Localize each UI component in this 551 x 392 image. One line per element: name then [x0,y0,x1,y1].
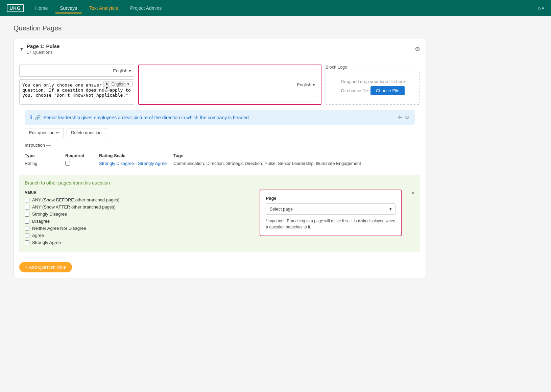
branch-value-header: Value [25,190,253,195]
pulse-input[interactable]: Pulse [20,65,110,76]
rating-scale-link[interactable]: Strongly Disagree - Strongly Agree [99,161,167,166]
add-icon-btn[interactable]: ✛ [398,114,402,121]
edit-pencil-icon: ✏ [56,130,59,135]
question-block: ℹ 🔗 Senior leadership gives employees a … [25,110,415,125]
branch-value-item-0: ANY (Show BEFORE other branched pages) [25,197,253,202]
textarea-container: You can only choose one answer for each … [19,79,134,105]
branch-value-label-0: ANY (Show BEFORE other branched pages) [32,197,119,202]
col-required: Required [65,152,99,160]
page1-card: ▼ Page 1: Pulse 17 Questions ⚙ Pulse Eng… [14,39,426,278]
question-block-left: ℹ 🔗 Senior leadership gives employees a … [30,114,250,121]
branch-value-label-6: Strongly Agree [32,240,61,245]
question-actions-right: ✛ ⚙ [398,114,409,121]
card-header: ▼ Page 1: Pulse 17 Questions ⚙ [14,39,426,59]
textarea-lang-selector[interactable]: English ▾ [108,81,133,87]
select-page-placeholder: Select page [269,206,293,212]
delete-question-button[interactable]: Delete question [67,128,106,137]
question-gear-icon[interactable]: ⚙ [405,114,409,121]
branch-section: Branch to other pages from this question… [19,175,420,252]
branch-value-label-1: ANY (Show AFTER other branched pages) [32,204,116,210]
nav-surveys[interactable]: Surveys [55,3,82,14]
branch-value-item-3: Disagree [25,219,253,224]
required-checkbox[interactable] [65,161,70,166]
branch-value-label-3: Disagree [32,219,50,224]
pulse-focused-section: Pulse English ▾ [138,65,321,105]
page1-body: Pulse English ▾ You can only choose one … [14,59,426,110]
branch-checkbox-3[interactable] [25,219,29,224]
branch-value-item-4: Neither Agree Nor Disagree [25,226,253,231]
page1-title: Page 1: Pulse [27,43,60,49]
branch-value-label-5: Agree [32,233,44,238]
branch-checkbox-2[interactable] [25,212,29,217]
link-icon: 🔗 [35,115,41,120]
table-row: Rating Strongly Disagree - Strongly Agre… [25,160,415,168]
pulse-lang-label: English [113,68,127,73]
page1-subtitle: 17 Questions [27,50,60,55]
pulse-lang-selector[interactable]: English ▾ [110,65,134,76]
block-logo-label: Block Logo [326,65,420,70]
instruction-row: Instruction — [19,141,420,150]
col-type: Type [25,152,65,160]
user-menu[interactable]: n ▾ [538,6,544,11]
chevron-down-icon[interactable]: ▼ [19,46,24,52]
ukg-logo: UKG [7,4,24,12]
or-label: Or choose file: [341,88,369,93]
branch-value-item-6: Strongly Agree [25,240,253,245]
card-header-info: Page 1: Pulse 17 Questions [27,43,60,55]
tags-value: Communication, Direction, Strategic Dire… [173,160,415,168]
select-page-dropdown[interactable]: Select page ▾ [266,203,396,215]
edit-label: Edit question [29,130,54,135]
page-title: Question Pages [14,24,426,32]
nav-text-analytics[interactable]: Text Analytics [85,3,123,14]
branch-checkbox-5[interactable] [25,233,29,238]
textarea-lang-label: English [111,81,126,87]
logo-drop-area[interactable]: Drag and drop your logo file here Or cho… [326,72,420,105]
edit-question-button[interactable]: Edit question ✏ [25,128,64,137]
branch-note: *Important! Branching to a page will mak… [266,218,396,230]
or-choose-line: Or choose file: Choose File [332,86,414,95]
pulse-lang-chevron: ▾ [129,68,131,73]
branch-value-label-2: Strongly Disagree [32,212,67,217]
pulse-focused-lang-selector[interactable]: English ▾ [294,68,318,101]
card-header-left: ▼ Page 1: Pulse 17 Questions [19,43,59,55]
drop-text: Drag and drop your logo file here [332,79,414,84]
branch-value-item-2: Strongly Disagree [25,212,253,217]
branch-page-header: Page [266,196,396,201]
pulse-focused-input-group: Pulse English ▾ [142,68,318,101]
select-page-chevron: ▾ [389,206,392,212]
col-rating-scale: Rating Scale [99,152,173,160]
nav-project-admins[interactable]: Project Admins [125,3,166,14]
instruction-label: Instruction [25,143,45,148]
top-navigation: UKG Home Surveys Text Analytics Project … [0,0,551,16]
branch-title: Branch to other pages from this question [25,180,415,186]
branch-value-label-4: Neither Agree Nor Disagree [32,226,86,231]
page-container: Question Pages ▼ Page 1: Pulse 17 Questi… [0,16,439,292]
add-question-rule-button[interactable]: + Add Question Rule [19,262,72,272]
type-value: Rating [25,160,65,168]
pulse-focused-lang-chevron: ▾ [313,82,315,87]
add-rule-section: + Add Question Rule [14,258,426,278]
col-tags: Tags [173,152,415,160]
branch-checkbox-4[interactable] [25,226,29,231]
question-outer: ℹ 🔗 Senior leadership gives employees a … [19,110,420,172]
branch-value-item-1: ANY (Show AFTER other branched pages) [25,204,253,210]
branch-checkbox-6[interactable] [25,240,29,245]
pulse-input-group: Pulse English ▾ [19,65,134,77]
branch-close-icon[interactable]: × [411,190,415,197]
page1-gear-icon[interactable]: ⚙ [415,45,420,53]
details-table: Type Required Rating Scale Tags Rating [19,150,420,172]
branch-checkbox-1[interactable] [25,205,29,210]
branch-checkbox-0[interactable] [25,198,29,202]
action-buttons: Edit question ✏ Delete question [19,125,420,141]
question-text: Senior leadership gives employees a clea… [43,115,250,120]
branch-values: Value ANY (Show BEFORE other branched pa… [25,190,253,247]
block-logo-section: Block Logo Drag and drop your logo file … [326,65,420,105]
pulse-focused-lang-label: English [297,82,311,87]
info-icon: ℹ [30,114,32,121]
question-block-header: ℹ 🔗 Senior leadership gives employees a … [25,110,415,125]
nav-home[interactable]: Home [30,3,52,14]
pulse-focused-input[interactable]: Pulse [142,68,294,101]
instruction-dash: — [46,143,51,148]
choose-file-button[interactable]: Choose File [370,86,405,95]
branch-body: Value ANY (Show BEFORE other branched pa… [25,190,415,247]
